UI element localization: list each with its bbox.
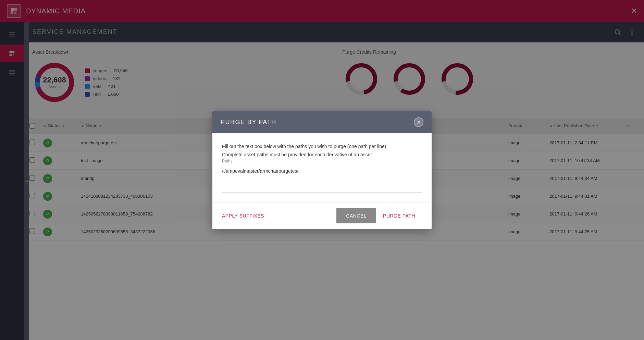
dialog-description-2: Complete asset paths must be provided fo… [222,152,422,157]
purge-path-button[interactable]: PURGE PATH [376,208,422,223]
cancel-button[interactable]: CANCEL [336,208,376,223]
purge-by-path-dialog: PURGE BY PATH ✕ Fill out the text box be… [212,111,432,228]
apply-suffixes-button[interactable]: APPLY SUFFIXES [222,213,264,219]
dialog-close-icon: ✕ [417,119,421,126]
dialog-close-button[interactable]: ✕ [414,117,423,127]
dialog-body: Fill out the text box below with the pat… [212,133,432,202]
modal-overlay: PURGE BY PATH ✕ Fill out the text box be… [0,0,644,340]
dialog-footer: APPLY SUFFIXES CANCEL PURGE PATH [212,202,432,229]
dialog-title: PURGE BY PATH [221,119,276,126]
dialog-right-buttons: CANCEL PURGE PATH [336,208,422,223]
paths-textarea[interactable] [222,166,422,193]
dialog-paths-label: Paths [222,159,422,164]
dialog-header: PURGE BY PATH ✕ [212,111,432,133]
dialog-description-1: Fill out the text box below with the pat… [222,143,422,150]
